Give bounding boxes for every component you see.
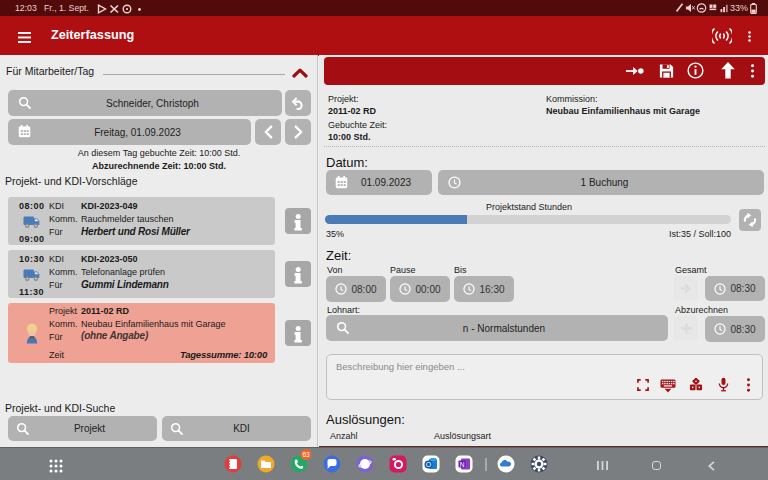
svg-text:63: 63 [302,451,310,458]
svg-text:N: N [460,461,465,468]
svg-text:O: O [426,461,432,468]
